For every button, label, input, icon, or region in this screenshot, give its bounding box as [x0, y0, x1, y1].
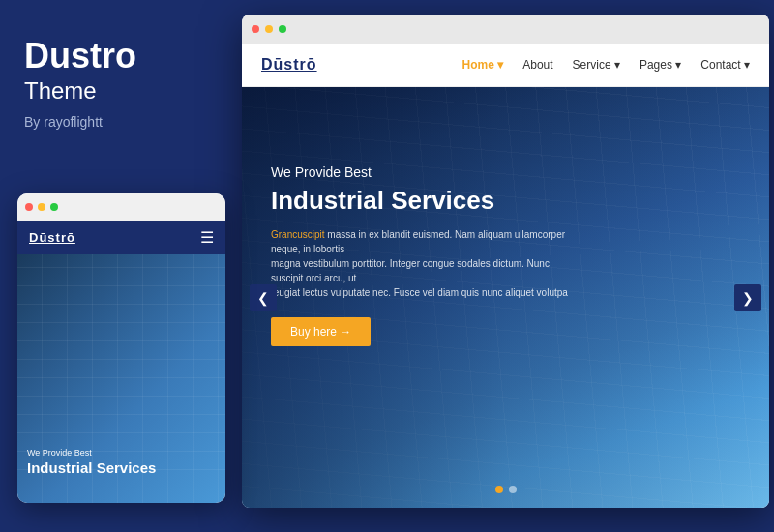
desktop-nav: Dūstrō Home ▾ About Service ▾ Pages ▾ Co…: [242, 44, 769, 87]
hero-prev-button[interactable]: ❮: [250, 284, 277, 311]
hero-body-text: Grancuscipit massa in ex blandit euismed…: [271, 227, 580, 300]
hero-subtitle: We Provide Best: [271, 164, 580, 180]
hero-highlight: Grancuscipit: [271, 229, 325, 240]
hero-dot-1[interactable]: [495, 486, 503, 493]
mobile-hero-content: We Provide Best Industrial Services: [27, 448, 156, 477]
mobile-hero: We Provide Best Industrial Services: [17, 254, 225, 503]
hero-title: Industrial Services: [271, 186, 580, 216]
nav-item-home[interactable]: Home ▾: [462, 58, 504, 72]
desktop-mockup: Dūstrō Home ▾ About Service ▾ Pages ▾ Co…: [242, 15, 769, 508]
mobile-top-bar: [17, 193, 225, 221]
desktop-dot-yellow: [265, 25, 273, 33]
desktop-dot-green: [279, 25, 286, 33]
hero-dot-2[interactable]: [509, 486, 517, 493]
desktop-hero-content: We Provide Best Industrial Services Gran…: [271, 164, 580, 346]
brand-subtitle: Theme: [24, 77, 218, 104]
brand-title: Dustro: [24, 39, 218, 74]
brand-author: By rayoflightt: [24, 114, 218, 130]
dot-green: [50, 203, 58, 211]
mobile-hero-subtitle: We Provide Best: [27, 448, 156, 458]
hamburger-icon[interactable]: ☰: [200, 228, 214, 247]
desktop-dot-red: [252, 25, 259, 33]
dot-red: [25, 203, 33, 211]
buy-here-button[interactable]: Buy here →: [271, 317, 371, 346]
mobile-mockup: Dūstrō ☰ We Provide Best Industrial Serv…: [17, 193, 225, 503]
hero-dots: [495, 486, 517, 493]
hero-next-button[interactable]: ❯: [734, 284, 761, 311]
mobile-nav: Dūstrō ☰: [17, 221, 225, 254]
nav-item-pages[interactable]: Pages ▾: [640, 58, 681, 72]
mobile-hero-title: Industrial Services: [27, 459, 156, 477]
desktop-top-bar: [242, 15, 769, 44]
nav-item-contact[interactable]: Contact ▾: [700, 58, 750, 72]
nav-item-about[interactable]: About: [522, 58, 552, 72]
desktop-logo: Dūstrō: [261, 56, 317, 74]
dot-yellow: [38, 203, 45, 211]
mobile-logo: Dūstrō: [29, 230, 75, 245]
nav-item-service[interactable]: Service ▾: [573, 58, 620, 72]
desktop-hero: We Provide Best Industrial Services Gran…: [242, 87, 769, 508]
